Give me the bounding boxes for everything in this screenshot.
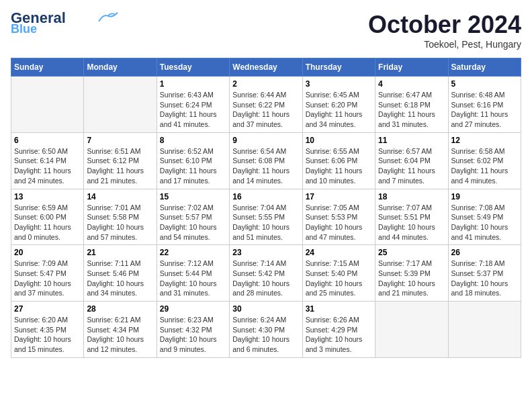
calendar-cell: 4Sunrise: 6:47 AM Sunset: 6:18 PM Daylig… (375, 77, 448, 133)
calendar-week-row: 20Sunrise: 7:09 AM Sunset: 5:47 PM Dayli… (11, 245, 521, 302)
calendar-cell: 2Sunrise: 6:44 AM Sunset: 6:22 PM Daylig… (230, 77, 302, 133)
day-number: 17 (306, 192, 372, 201)
day-number: 14 (87, 192, 153, 201)
day-number: 18 (378, 192, 445, 201)
day-number: 31 (306, 304, 372, 314)
day-info: Sunrise: 6:23 AM Sunset: 4:32 PM Dayligh… (160, 315, 226, 355)
day-info: Sunrise: 6:54 AM Sunset: 6:08 PM Dayligh… (232, 146, 299, 186)
day-number: 12 (451, 136, 518, 145)
day-number: 11 (378, 136, 445, 145)
day-number: 24 (306, 248, 372, 257)
day-number: 6 (14, 136, 81, 145)
day-number: 16 (232, 192, 299, 201)
calendar-cell (448, 302, 521, 358)
calendar-cell: 7Sunrise: 6:51 AM Sunset: 6:12 PM Daylig… (84, 132, 157, 189)
day-info: Sunrise: 7:01 AM Sunset: 5:58 PM Dayligh… (87, 203, 153, 242)
weekday-header: Thursday (302, 58, 375, 77)
day-number: 19 (451, 192, 518, 201)
day-number: 7 (87, 136, 153, 145)
month-title: October 2024 (368, 11, 521, 39)
calendar-cell: 26Sunrise: 7:18 AM Sunset: 5:37 PM Dayli… (448, 245, 521, 302)
day-number: 27 (14, 304, 81, 314)
weekday-header: Sunday (11, 58, 84, 77)
day-info: Sunrise: 6:24 AM Sunset: 4:30 PM Dayligh… (232, 315, 299, 355)
day-info: Sunrise: 6:21 AM Sunset: 4:34 PM Dayligh… (87, 315, 153, 355)
logo-bird-icon (98, 11, 118, 24)
calendar-cell: 18Sunrise: 7:07 AM Sunset: 5:51 PM Dayli… (375, 189, 448, 245)
day-number: 13 (14, 192, 81, 201)
calendar-cell: 10Sunrise: 6:55 AM Sunset: 6:06 PM Dayli… (302, 132, 375, 189)
calendar-cell: 12Sunrise: 6:58 AM Sunset: 6:02 PM Dayli… (448, 132, 521, 189)
calendar-week-row: 13Sunrise: 6:59 AM Sunset: 6:00 PM Dayli… (11, 189, 521, 245)
weekday-header: Monday (84, 58, 157, 77)
calendar-cell: 1Sunrise: 6:43 AM Sunset: 6:24 PM Daylig… (157, 77, 229, 133)
day-info: Sunrise: 6:43 AM Sunset: 6:24 PM Dayligh… (160, 90, 226, 130)
day-info: Sunrise: 7:09 AM Sunset: 5:47 PM Dayligh… (14, 259, 81, 298)
day-number: 15 (160, 192, 226, 201)
day-info: Sunrise: 6:47 AM Sunset: 6:18 PM Dayligh… (378, 90, 445, 130)
calendar-cell: 30Sunrise: 6:24 AM Sunset: 4:30 PM Dayli… (230, 302, 302, 358)
day-number: 10 (306, 136, 372, 145)
day-info: Sunrise: 6:55 AM Sunset: 6:06 PM Dayligh… (306, 146, 372, 186)
day-info: Sunrise: 6:26 AM Sunset: 4:29 PM Dayligh… (306, 315, 372, 355)
day-number: 25 (378, 248, 445, 257)
calendar-cell: 11Sunrise: 6:57 AM Sunset: 6:04 PM Dayli… (375, 132, 448, 189)
calendar-cell: 16Sunrise: 7:04 AM Sunset: 5:55 PM Dayli… (230, 189, 302, 245)
day-number: 8 (160, 136, 226, 145)
day-number: 5 (451, 79, 518, 89)
day-info: Sunrise: 7:11 AM Sunset: 5:46 PM Dayligh… (87, 259, 153, 298)
day-number: 2 (232, 79, 299, 89)
title-block: October 2024 Toekoel, Pest, Hungary (368, 11, 521, 50)
calendar-cell (84, 77, 157, 133)
calendar-cell: 25Sunrise: 7:17 AM Sunset: 5:39 PM Dayli… (375, 245, 448, 302)
calendar-header-row: SundayMondayTuesdayWednesdayThursdayFrid… (11, 58, 521, 77)
day-info: Sunrise: 6:58 AM Sunset: 6:02 PM Dayligh… (451, 146, 518, 186)
calendar-cell: 5Sunrise: 6:48 AM Sunset: 6:16 PM Daylig… (448, 77, 521, 133)
calendar-cell: 19Sunrise: 7:08 AM Sunset: 5:49 PM Dayli… (448, 189, 521, 245)
day-number: 22 (160, 248, 226, 257)
calendar-week-row: 6Sunrise: 6:50 AM Sunset: 6:14 PM Daylig… (11, 132, 521, 189)
calendar-cell: 21Sunrise: 7:11 AM Sunset: 5:46 PM Dayli… (84, 245, 157, 302)
location-subtitle: Toekoel, Pest, Hungary (368, 39, 521, 50)
day-info: Sunrise: 7:14 AM Sunset: 5:42 PM Dayligh… (232, 259, 299, 298)
calendar-cell (375, 302, 448, 358)
calendar-cell: 17Sunrise: 7:05 AM Sunset: 5:53 PM Dayli… (302, 189, 375, 245)
weekday-header: Tuesday (157, 58, 229, 77)
calendar-cell: 6Sunrise: 6:50 AM Sunset: 6:14 PM Daylig… (11, 132, 84, 189)
calendar-cell: 27Sunrise: 6:20 AM Sunset: 4:35 PM Dayli… (11, 302, 84, 358)
calendar-cell: 29Sunrise: 6:23 AM Sunset: 4:32 PM Dayli… (157, 302, 229, 358)
day-number: 21 (87, 248, 153, 257)
day-number: 23 (232, 248, 299, 257)
calendar-cell (11, 77, 84, 133)
day-number: 29 (160, 304, 226, 314)
weekday-header: Friday (375, 58, 448, 77)
day-number: 20 (14, 248, 81, 257)
calendar-cell: 23Sunrise: 7:14 AM Sunset: 5:42 PM Dayli… (230, 245, 302, 302)
calendar-cell: 15Sunrise: 7:02 AM Sunset: 5:57 PM Dayli… (157, 189, 229, 245)
day-info: Sunrise: 7:07 AM Sunset: 5:51 PM Dayligh… (378, 203, 445, 242)
calendar-cell: 14Sunrise: 7:01 AM Sunset: 5:58 PM Dayli… (84, 189, 157, 245)
calendar-cell: 3Sunrise: 6:45 AM Sunset: 6:20 PM Daylig… (302, 77, 375, 133)
calendar-cell: 8Sunrise: 6:52 AM Sunset: 6:10 PM Daylig… (157, 132, 229, 189)
day-info: Sunrise: 7:04 AM Sunset: 5:55 PM Dayligh… (232, 203, 299, 242)
day-number: 30 (232, 304, 299, 314)
logo: General Blue (11, 11, 118, 35)
calendar-table: SundayMondayTuesdayWednesdayThursdayFrid… (11, 58, 521, 358)
page-header: General Blue October 2024 Toekoel, Pest,… (11, 11, 521, 50)
calendar-cell: 20Sunrise: 7:09 AM Sunset: 5:47 PM Dayli… (11, 245, 84, 302)
calendar-week-row: 1Sunrise: 6:43 AM Sunset: 6:24 PM Daylig… (11, 77, 521, 133)
day-info: Sunrise: 6:20 AM Sunset: 4:35 PM Dayligh… (14, 315, 81, 355)
day-info: Sunrise: 7:18 AM Sunset: 5:37 PM Dayligh… (451, 259, 518, 298)
calendar-cell: 28Sunrise: 6:21 AM Sunset: 4:34 PM Dayli… (84, 302, 157, 358)
calendar-cell: 22Sunrise: 7:12 AM Sunset: 5:44 PM Dayli… (157, 245, 229, 302)
calendar-cell: 9Sunrise: 6:54 AM Sunset: 6:08 PM Daylig… (230, 132, 302, 189)
day-number: 1 (160, 79, 226, 89)
day-info: Sunrise: 6:52 AM Sunset: 6:10 PM Dayligh… (160, 146, 226, 186)
day-info: Sunrise: 7:02 AM Sunset: 5:57 PM Dayligh… (160, 203, 226, 242)
calendar-week-row: 27Sunrise: 6:20 AM Sunset: 4:35 PM Dayli… (11, 302, 521, 358)
day-info: Sunrise: 6:45 AM Sunset: 6:20 PM Dayligh… (306, 90, 372, 130)
logo-blue: Blue (11, 23, 37, 35)
day-info: Sunrise: 7:05 AM Sunset: 5:53 PM Dayligh… (306, 203, 372, 242)
day-info: Sunrise: 7:17 AM Sunset: 5:39 PM Dayligh… (378, 259, 445, 298)
day-info: Sunrise: 7:15 AM Sunset: 5:40 PM Dayligh… (306, 259, 372, 298)
